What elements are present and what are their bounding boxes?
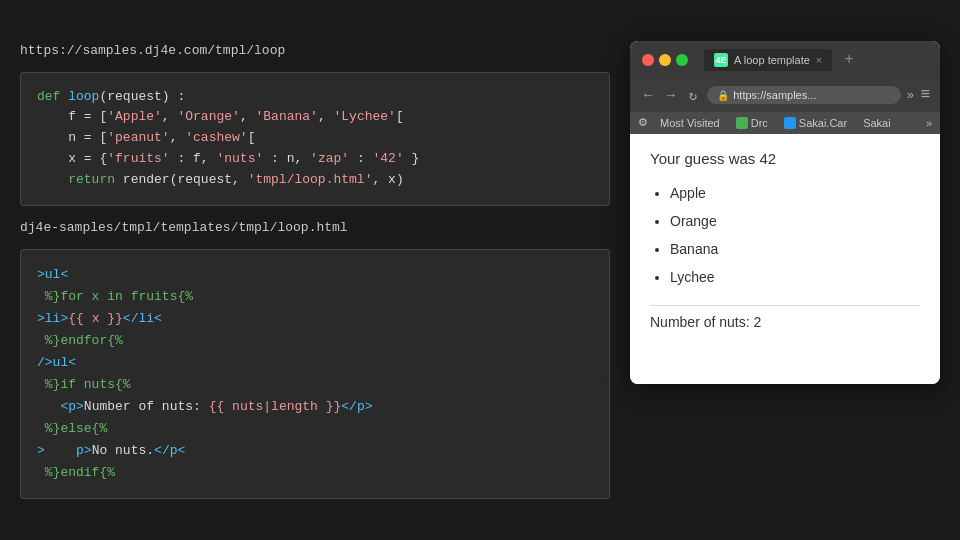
browser-content: Your guess was 42 Apple Orange Banana Ly… (630, 134, 940, 384)
browser-tab[interactable]: 4E A loop template × (704, 49, 832, 71)
expand-btn[interactable]: » (907, 88, 915, 103)
reload-button[interactable]: ↻ (685, 85, 701, 106)
str-orange: 'Orange' (177, 109, 239, 124)
new-tab-btn[interactable]: + (844, 51, 854, 69)
file-path: dj4e-samples/tmpl/templates/tmpl/loop.ht… (20, 218, 610, 237)
bm-sakai[interactable]: Sakai (859, 116, 895, 130)
browser-dots (642, 54, 688, 66)
fruits-list: Apple Orange Banana Lychee (670, 179, 920, 291)
str-template: 'tmpl/loop.html' (248, 172, 373, 187)
dot-maximize[interactable] (676, 54, 688, 66)
str-peanut: 'peanut' (107, 130, 169, 145)
dot-close[interactable] (642, 54, 654, 66)
bm-sakaicor[interactable]: Sakai.Car (780, 116, 851, 130)
tmpl-line-2: %}for x in fruits{% (37, 286, 593, 308)
url-text: https://samples.dj4e.com/tmpl/loop (20, 43, 285, 58)
bracket-open2: [ (248, 130, 256, 145)
colon2: : n, (263, 151, 310, 166)
code-line-2: f = ['Apple', 'Orange', 'Banana', 'Lyche… (37, 107, 593, 128)
bracket-open: [ (396, 109, 404, 124)
address-bar[interactable]: 🔒 https://samples... (707, 86, 900, 104)
python-code-block: def loop(request) : f = ['Apple', 'Orang… (20, 72, 610, 206)
code-line-5: return render(request, 'tmpl/loop.html',… (37, 170, 593, 191)
bm-drc[interactable]: Drc (732, 116, 772, 130)
var-f: f = [ (68, 109, 107, 124)
var-x: x = { (68, 151, 107, 166)
lock-icon: 🔒 (717, 90, 729, 101)
main-layout: https://samples.dj4e.com/tmpl/loop def l… (20, 21, 940, 520)
str-fruits: 'fruits' (107, 151, 169, 166)
fruit-item-1: Apple (670, 179, 920, 207)
tmpl-line-8: %}else{% (37, 418, 593, 440)
var-n: n = [ (68, 130, 107, 145)
guess-text: Your guess was 42 (650, 150, 920, 167)
bm-sakai-icon (784, 117, 796, 129)
tmpl-line-4: %}endfor{% (37, 330, 593, 352)
brace-close: } (404, 151, 420, 166)
bookmarks-bar: ⚙ Most Visited Drc Sakai.Car Sakai » (630, 112, 940, 134)
bm-most-visited-label: Most Visited (660, 117, 720, 129)
colon3: : (349, 151, 372, 166)
browser-toolbar: ← → ↻ 🔒 https://samples... » ≡ (630, 79, 940, 112)
bm-gear-icon: ⚙ (638, 116, 648, 129)
fruit-item-2: Orange (670, 207, 920, 235)
tab-favicon: 4E (714, 53, 728, 67)
comma2: , (240, 109, 256, 124)
comma4: , (170, 130, 186, 145)
nuts-text: Number of nuts: 2 (650, 305, 920, 330)
tmpl-line-3: >li>{{ x }}</li< (37, 308, 593, 330)
left-panel: https://samples.dj4e.com/tmpl/loop def l… (20, 41, 610, 500)
file-path-text: dj4e-samples/tmpl/templates/tmpl/loop.ht… (20, 220, 348, 235)
dot-minimize[interactable] (659, 54, 671, 66)
bm-most-visited[interactable]: Most Visited (656, 116, 724, 130)
tmpl-line-9: > p>No nuts.</p< (37, 440, 593, 462)
menu-button[interactable]: ≡ (920, 86, 930, 104)
fruit-item-4: Lychee (670, 263, 920, 291)
tab-close-btn[interactable]: × (816, 54, 822, 66)
comma3: , (318, 109, 334, 124)
str-cashew: 'cashew' (185, 130, 247, 145)
tmpl-line-5: />ul< (37, 352, 593, 374)
template-code-block: >ul< %}for x in fruits{% >li>{{ x }}</li… (20, 249, 610, 500)
tmpl-line-10: %}endif{% (37, 462, 593, 484)
bm-drc-label: Drc (751, 117, 768, 129)
bm-sakai-label: Sakai (863, 117, 891, 129)
back-button[interactable]: ← (640, 85, 656, 105)
render-call: render(request, (123, 172, 248, 187)
code-punc: (request) : (99, 89, 185, 104)
url-bar: https://samples.dj4e.com/tmpl/loop (20, 41, 610, 60)
kw-def: def (37, 89, 68, 104)
comma1: , (162, 109, 178, 124)
tmpl-line-1: >ul< (37, 264, 593, 286)
tmpl-line-7: <p>Number of nuts: {{ nuts|length }}</p> (37, 396, 593, 418)
str-42: '42' (373, 151, 404, 166)
bm-drc-icon (736, 117, 748, 129)
str-zap: 'zap' (310, 151, 349, 166)
address-text: https://samples... (733, 89, 816, 101)
forward-button[interactable]: → (662, 85, 678, 105)
code-line-4: x = {'fruits' : f, 'nuts' : n, 'zap' : '… (37, 149, 593, 170)
str-nuts: 'nuts' (216, 151, 263, 166)
str-lychee: 'Lychee' (334, 109, 396, 124)
tab-label: A loop template (734, 54, 810, 66)
colon1: : f, (170, 151, 217, 166)
fn-name: loop (68, 89, 99, 104)
str-banana: 'Banana' (255, 109, 317, 124)
code-line-1: def loop(request) : (37, 87, 593, 108)
browser-window: 4E A loop template × + ← → ↻ 🔒 https://s… (630, 41, 940, 384)
fruit-item-3: Banana (670, 235, 920, 263)
code-line-3: n = ['peanut', 'cashew'[ (37, 128, 593, 149)
browser-titlebar: 4E A loop template × + (630, 41, 940, 79)
bm-expand-icon[interactable]: » (926, 117, 932, 129)
bm-sakaicor-label: Sakai.Car (799, 117, 847, 129)
render-end: , x) (372, 172, 403, 187)
tmpl-line-6: %}if nuts{% (37, 374, 593, 396)
kw-return: return (68, 172, 123, 187)
str-apple: 'Apple' (107, 109, 162, 124)
